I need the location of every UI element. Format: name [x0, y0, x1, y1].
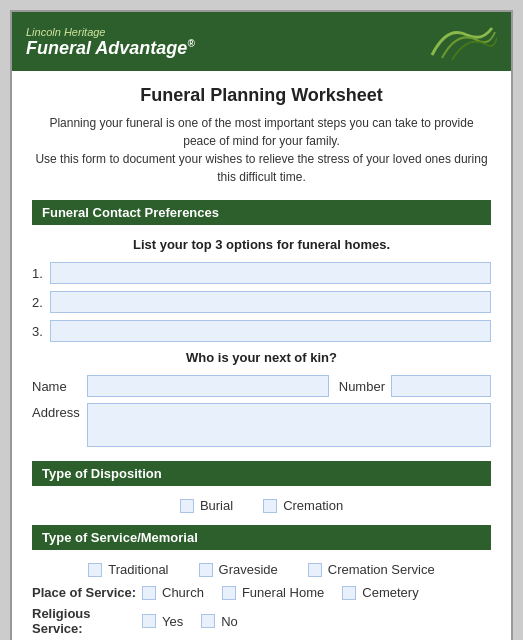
traditional-option: Traditional: [88, 562, 168, 577]
place-row: Place of Service: Church Funeral Home Ce…: [32, 585, 491, 600]
logo: Lincoln Heritage Funeral Advantage®: [26, 26, 195, 59]
place-label: Place of Service:: [32, 585, 142, 600]
traditional-label: Traditional: [108, 562, 168, 577]
funeral-option-1-row: 1.: [32, 262, 491, 284]
cemetery-option: Cemetery: [342, 585, 418, 600]
traditional-checkbox[interactable]: [88, 563, 102, 577]
church-label: Church: [162, 585, 204, 600]
logo-bottom: Funeral Advantage®: [26, 38, 195, 59]
cremation-checkbox[interactable]: [263, 499, 277, 513]
no-option: No: [201, 614, 238, 629]
cremation-option: Cremation: [263, 498, 343, 513]
service-type-row: Traditional Graveside Cremation Service: [32, 562, 491, 577]
cremation-label: Cremation: [283, 498, 343, 513]
kin-name-input[interactable]: [87, 375, 329, 397]
funeral-option-2-row: 2.: [32, 291, 491, 313]
page-subtitle: Planning your funeral is one of the most…: [32, 114, 491, 186]
place-options: Church Funeral Home Cemetery: [142, 585, 419, 600]
graveside-option: Graveside: [199, 562, 278, 577]
kin-section: Who is your next of kin? Name Number Add…: [32, 350, 491, 447]
header: Lincoln Heritage Funeral Advantage®: [12, 12, 511, 71]
no-checkbox[interactable]: [201, 614, 215, 628]
kin-address-label: Address: [32, 403, 87, 420]
cremation-service-option: Cremation Service: [308, 562, 435, 577]
page-title: Funeral Planning Worksheet: [32, 85, 491, 106]
funeral-home-checkbox[interactable]: [222, 586, 236, 600]
funeral-home-option: Funeral Home: [222, 585, 324, 600]
kin-address-input[interactable]: [87, 403, 491, 447]
funeral-home-label: Funeral Home: [242, 585, 324, 600]
burial-option: Burial: [180, 498, 233, 513]
page-wrapper: Lincoln Heritage Funeral Advantage® Fune…: [10, 10, 513, 640]
funeral-option-3-input[interactable]: [50, 320, 491, 342]
funeral-option-3-row: 3.: [32, 320, 491, 342]
burial-label: Burial: [200, 498, 233, 513]
kin-number-label: Number: [339, 379, 385, 394]
cremation-service-label: Cremation Service: [328, 562, 435, 577]
religious-row: Religious Service: Yes No: [32, 606, 491, 636]
cemetery-label: Cemetery: [362, 585, 418, 600]
burial-checkbox[interactable]: [180, 499, 194, 513]
funeral-option-3-number: 3.: [32, 324, 50, 339]
top-options-section: List your top 3 options for funeral home…: [32, 237, 491, 342]
religious-options: Yes No: [142, 614, 238, 629]
no-label: No: [221, 614, 238, 629]
logo-top: Lincoln Heritage: [26, 26, 195, 38]
kin-name-row: Name Number: [32, 375, 491, 397]
funeral-option-1-input[interactable]: [50, 262, 491, 284]
section1-header: Funeral Contact Preferences: [32, 200, 491, 225]
funeral-option-2-number: 2.: [32, 295, 50, 310]
kin-name-label: Name: [32, 379, 87, 394]
content: Funeral Planning Worksheet Planning your…: [12, 71, 511, 640]
church-checkbox[interactable]: [142, 586, 156, 600]
section2-header: Type of Disposition: [32, 461, 491, 486]
graveside-checkbox[interactable]: [199, 563, 213, 577]
kin-label: Who is your next of kin?: [32, 350, 491, 365]
funeral-option-2-input[interactable]: [50, 291, 491, 313]
yes-label: Yes: [162, 614, 183, 629]
section1-label: List your top 3 options for funeral home…: [32, 237, 491, 252]
cremation-service-checkbox[interactable]: [308, 563, 322, 577]
yes-option: Yes: [142, 614, 183, 629]
section3-header: Type of Service/Memorial: [32, 525, 491, 550]
graveside-label: Graveside: [219, 562, 278, 577]
yes-checkbox[interactable]: [142, 614, 156, 628]
kin-address-row: Address: [32, 403, 491, 447]
religious-label: Religious Service:: [32, 606, 142, 636]
funeral-option-1-number: 1.: [32, 266, 50, 281]
cemetery-checkbox[interactable]: [342, 586, 356, 600]
kin-number-input[interactable]: [391, 375, 491, 397]
header-swoosh-icon: [427, 20, 497, 65]
disposition-options: Burial Cremation: [32, 498, 491, 513]
church-option: Church: [142, 585, 204, 600]
